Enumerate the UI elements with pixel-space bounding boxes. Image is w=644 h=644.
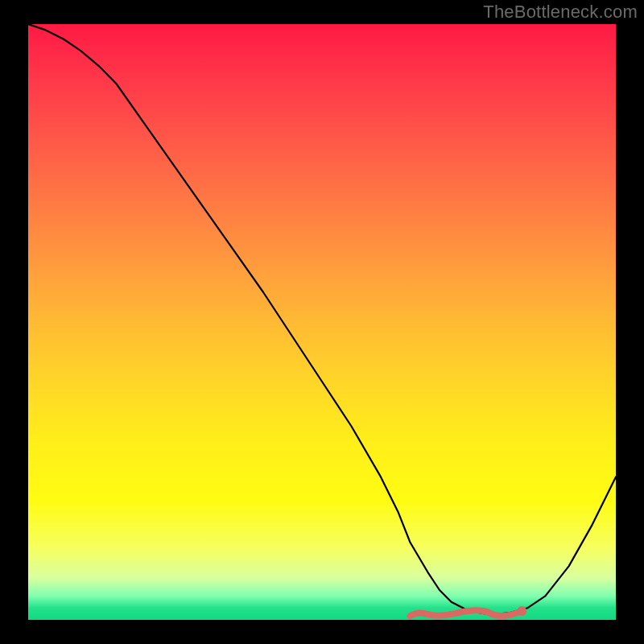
- optimal-band-endpoint: [517, 606, 526, 616]
- plot-area: [28, 24, 616, 620]
- optimal-band: [411, 610, 522, 616]
- chart-svg: [28, 24, 616, 620]
- chart-canvas: TheBottleneck.com: [0, 0, 644, 644]
- watermark-text: TheBottleneck.com: [483, 2, 638, 23]
- main-curve: [28, 24, 616, 614]
